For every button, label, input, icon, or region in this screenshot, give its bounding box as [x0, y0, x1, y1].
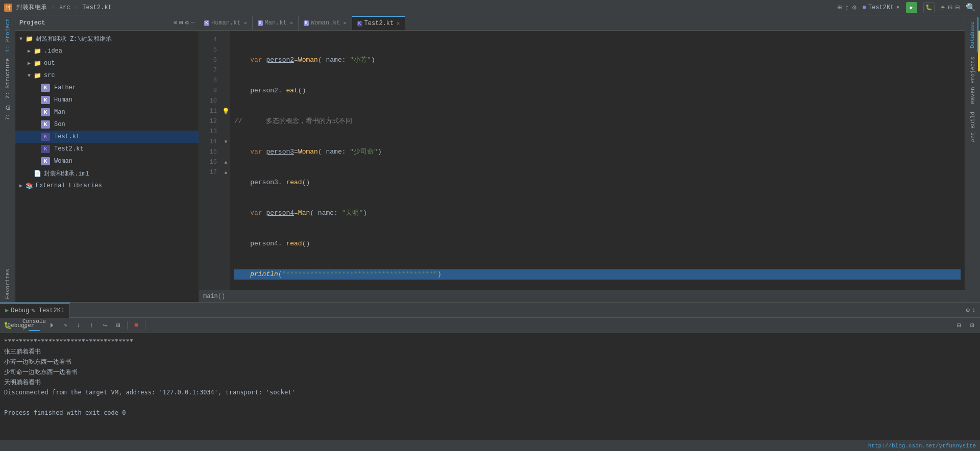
toolbar-icons: ⊞ ↕ ⚙	[838, 3, 856, 12]
debug-button[interactable]: 🐛	[923, 2, 935, 13]
debug-btn-frames[interactable]: ⊟	[953, 320, 965, 331]
debug-btn-stepout[interactable]: ↑	[86, 320, 97, 331]
kt-icon-woman: K	[41, 157, 50, 165]
debug-btn-stop[interactable]: ■	[131, 320, 142, 331]
code-line-7: var person3=Woman( name: "少司命")	[234, 147, 961, 157]
panel-icon-expand[interactable]: ⊞	[179, 19, 183, 27]
run-button[interactable]	[906, 2, 917, 13]
tree-arrow-extlib[interactable]: ▶	[17, 183, 24, 189]
sidebar-tab-project[interactable]: 1: Project	[3, 15, 13, 55]
right-tab-maven[interactable]: Maven Projects	[968, 53, 978, 108]
tree-label-extlib: External Libraries	[36, 182, 102, 189]
tree-item-out[interactable]: ▶ 📁 out	[15, 57, 199, 69]
iml-icon: 📄	[33, 169, 42, 178]
tab-human[interactable]: K Human.kt ✕	[199, 16, 253, 30]
tab-close-man[interactable]: ✕	[290, 20, 293, 26]
tab-man[interactable]: K Man.kt ✕	[253, 16, 299, 30]
tab-close-woman[interactable]: ✕	[344, 20, 347, 26]
ln-7: 7	[201, 65, 220, 76]
status-link[interactable]: http://blog.csdn.net/ytfunnysite	[868, 443, 976, 449]
layout-icon[interactable]: ⊟	[955, 3, 960, 12]
tree-arrow-out[interactable]: ▶	[26, 60, 33, 66]
gutter-17: ▲	[222, 167, 230, 178]
tree-item-root[interactable]: ▼ 📁 封装和继承 Z:\封装和继承	[15, 33, 199, 45]
ln-14: 14	[201, 137, 220, 147]
toolbar-icon-3[interactable]: ⚙	[852, 3, 856, 12]
code-content[interactable]: var person2=Woman( name: "小芳") person2. …	[230, 31, 965, 290]
tab-close-test2[interactable]: ✕	[397, 20, 400, 27]
ln-11: 11	[201, 106, 220, 116]
ln-17: 17	[201, 167, 220, 178]
tree-label-test2kt: Test2.kt	[54, 145, 84, 153]
bottom-tab-debug[interactable]: ▶ Debug ✎ Test2Kt	[0, 303, 70, 318]
debug-tab-console[interactable]: Console ↗	[29, 320, 40, 331]
bulb-icon[interactable]: 💡	[222, 108, 230, 115]
run-config-selector[interactable]: ■ Test2Kt ▾	[863, 4, 900, 11]
sidebar-tab-7[interactable]: 7: ᗟ	[3, 102, 13, 123]
sidebar-tab-structure[interactable]: 2: Structure	[3, 55, 13, 102]
tree-item-test2kt[interactable]: K Test2.kt	[15, 143, 199, 155]
panel-icon-settings[interactable]: ⚙	[185, 19, 189, 27]
debug-btn-evaluate[interactable]: ⊞	[113, 320, 124, 331]
tree-label-idea: .idea	[44, 47, 62, 55]
right-tab-database[interactable]: Database	[967, 17, 978, 53]
debug-btn-resume[interactable]: ⏵	[46, 320, 58, 331]
tab-test2[interactable]: K Test2.kt ✕	[352, 16, 406, 30]
fold-arrow-16[interactable]: ▲	[224, 160, 227, 165]
debug-btn-stepinto[interactable]: ↓	[73, 320, 84, 331]
search-button[interactable]: 🔍	[966, 3, 976, 13]
right-tab-ant[interactable]: Ant Build	[968, 108, 978, 146]
tree-arrow-src[interactable]: ▼	[26, 73, 33, 79]
panel-icon-collapse[interactable]: —	[191, 19, 194, 27]
tree-label-man: Man	[54, 109, 65, 116]
console-line-finished: Process finished with exit code 0	[4, 408, 976, 418]
toolbar-icon-1[interactable]: ⊞	[838, 3, 842, 12]
code-line-11: println("*******************************…	[234, 269, 961, 280]
console-line-stars: ***********************************	[4, 336, 976, 346]
status-bar: http://blog.csdn.net/ytfunnysite	[0, 440, 980, 451]
tab-icon-test2: K	[357, 21, 362, 27]
toolbar-icon-2[interactable]: ↕	[845, 4, 849, 12]
tree-label-src: src	[44, 72, 55, 79]
tree-arrow-idea[interactable]: ▶	[26, 48, 33, 54]
tree-item-idea[interactable]: ▶ 📁 .idea	[15, 45, 199, 57]
right-panel-tabs: Database Maven Projects Ant Build	[965, 15, 980, 302]
profile-icon[interactable]: ⊡	[948, 3, 952, 12]
tree-item-extlib[interactable]: ▶ 📚 External Libraries	[15, 180, 199, 192]
tree-item-father[interactable]: K Father	[15, 82, 199, 94]
title-bar-right: ⊞ ↕ ⚙ ■ Test2Kt ▾ 🐛 ☂ ⊡ ⊟ 🔍	[838, 2, 976, 13]
tree-arrow-root[interactable]: ▼	[17, 36, 24, 42]
coverage-icon[interactable]: ☂	[941, 3, 945, 12]
panel-icon-locate[interactable]: ⊙	[174, 19, 177, 27]
extra-toolbar-icons: ☂ ⊡ ⊟	[941, 3, 960, 12]
fold-arrow-14[interactable]: ▼	[224, 139, 227, 145]
gutter-14: ▼	[222, 137, 230, 147]
gutter-9	[222, 86, 230, 96]
bottom-hide-icon[interactable]: ↓	[972, 306, 976, 314]
debug-btn-vars[interactable]: ⊡	[967, 320, 978, 331]
tree-item-src[interactable]: ▼ 📁 src	[15, 69, 199, 82]
ln-15: 15	[201, 147, 220, 157]
panel-title: Project	[19, 19, 45, 27]
tree-item-son[interactable]: K Son	[15, 118, 199, 131]
bottom-settings-icon[interactable]: ⚙	[966, 306, 970, 314]
tree-label-human: Human	[54, 96, 72, 104]
main-content: 1: Project 2: Structure 7: ᗟ Favorites P…	[0, 15, 980, 302]
tree-item-man[interactable]: K Man	[15, 106, 199, 118]
toolbar-sep-1	[43, 321, 43, 330]
tree-item-iml[interactable]: 📄 封装和继承.iml	[15, 167, 199, 180]
tree-item-testkt[interactable]: K Test.kt	[15, 131, 199, 143]
tree-item-woman[interactable]: K Woman	[15, 155, 199, 167]
breadcrumb-file: Test2.kt	[82, 4, 112, 11]
tree-item-human[interactable]: K Human	[15, 94, 199, 106]
debug-btn-runtocursor[interactable]: ↪	[100, 320, 111, 331]
tab-close-human[interactable]: ✕	[244, 20, 247, 26]
debug-btn-stepover[interactable]: ↷	[60, 320, 71, 331]
left-sidebar-tabs: 1: Project 2: Structure 7: ᗟ Favorites	[0, 15, 15, 302]
fold-arrow-17[interactable]: ▲	[224, 170, 227, 176]
gutter-13	[222, 127, 230, 137]
debug-toolbar: 🐛 Debugger Console ↗ ⏵ ↷ ↓ ↑ ↪ ⊞ ■ ⊟ ⊡	[0, 318, 980, 333]
tab-woman[interactable]: K Woman.kt ✕	[299, 16, 352, 30]
folder-icon-idea: 📁	[33, 47, 42, 55]
sidebar-tab-favorites[interactable]: Favorites	[3, 266, 13, 302]
